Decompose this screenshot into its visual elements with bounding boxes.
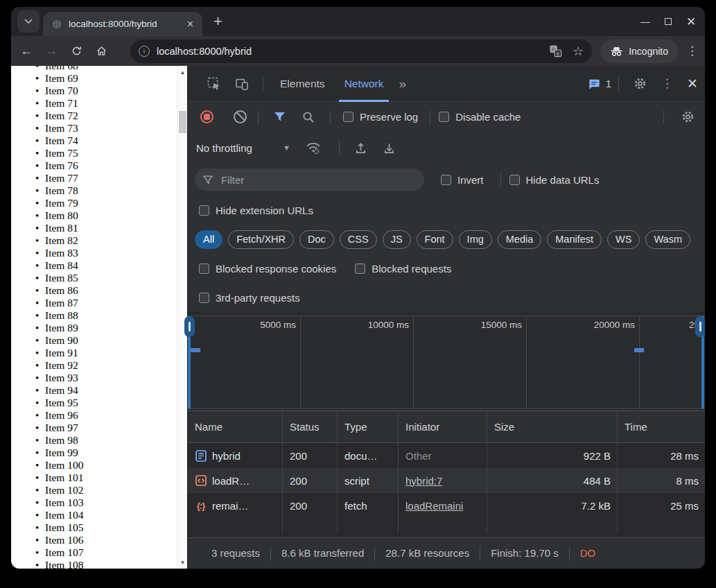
back-icon[interactable]: ← <box>17 42 36 61</box>
search-icon[interactable] <box>294 111 323 123</box>
tab-close-icon[interactable]: × <box>185 19 195 30</box>
record-icon[interactable] <box>200 110 213 123</box>
preserve-log-checkbox[interactable] <box>343 112 353 122</box>
devtools-menu-icon[interactable]: ⋮ <box>654 76 680 91</box>
hide-extension-urls-checkbox[interactable] <box>199 205 209 216</box>
hide-data-urls-checkbox[interactable] <box>509 175 520 185</box>
timeline-tick: 15000 ms <box>481 320 522 330</box>
list-item: Item 98 <box>11 434 84 447</box>
browser-menu-icon[interactable]: ⋮ <box>685 44 705 58</box>
list-item: Item 86 <box>11 284 84 297</box>
type-filter-doc[interactable]: Doc <box>299 230 334 249</box>
timeline-left-handle[interactable] <box>184 316 195 337</box>
preserve-log-label: Preserve log <box>360 111 418 123</box>
minimize-icon[interactable]: — <box>638 15 652 28</box>
issues-icon[interactable] <box>588 78 601 90</box>
timeline-right-handle[interactable] <box>695 316 705 337</box>
incognito-icon <box>610 46 623 56</box>
dropdown-caret-icon[interactable]: ▼ <box>283 144 290 152</box>
translate-icon[interactable]: A <box>549 44 562 58</box>
type-filter-all[interactable]: All <box>195 230 222 249</box>
table-row[interactable]: {:} remai… 200 fetch loadRemaini 7.2 kB … <box>188 493 705 518</box>
table-row[interactable]: hybrid 200 docu… Other 922 B 28 ms <box>188 443 705 468</box>
filter-input[interactable] <box>220 173 416 187</box>
clear-icon[interactable] <box>234 110 247 123</box>
column-header-type[interactable]: Type <box>338 411 399 442</box>
blocked-requests-checkbox[interactable] <box>355 263 365 274</box>
request-initiator-link[interactable]: loadRemaini <box>405 500 463 512</box>
browser-tab[interactable]: localhost:8000/hybrid × <box>43 12 202 36</box>
type-filter-font[interactable]: Font <box>417 230 453 249</box>
maximize-icon[interactable] <box>661 15 675 28</box>
more-tabs-icon[interactable]: » <box>393 76 412 92</box>
scroll-down-icon[interactable]: ▼ <box>177 557 187 567</box>
bookmark-star-icon[interactable]: ☆ <box>573 44 584 59</box>
resources-stat: 28.7 kB resources <box>374 546 480 560</box>
list-item: Item 107 <box>11 546 84 559</box>
forward-icon[interactable]: → <box>42 42 61 61</box>
scrollbar-thumb[interactable] <box>179 111 186 133</box>
column-header-status[interactable]: Status <box>283 411 338 442</box>
tab-elements[interactable]: Elements <box>270 66 335 102</box>
devtools-settings-icon[interactable] <box>626 76 654 91</box>
type-filter-fetch-xhr[interactable]: Fetch/XHR <box>228 230 294 249</box>
timeline-overview[interactable]: 5000 ms 10000 ms 15000 ms 20000 ms 25000… <box>188 315 705 409</box>
filter-icon[interactable] <box>265 112 294 122</box>
browser-window: localhost:8000/hybrid × + — ✕ ← → i loca… <box>11 7 705 569</box>
type-filter-ws[interactable]: WS <box>607 230 640 249</box>
column-header-name[interactable]: Name <box>188 411 283 442</box>
blocked-cookies-checkbox[interactable] <box>199 263 209 274</box>
requests-count: 3 requests <box>201 546 270 560</box>
table-row[interactable]: loadR… 200 script hybrid:7 484 B 8 ms <box>188 468 705 493</box>
export-har-icon[interactable] <box>375 141 403 155</box>
timeline-tick: 5000 ms <box>260 320 296 330</box>
devtools-header: Elements Network » 1 ⋮ ✕ <box>188 66 705 102</box>
site-info-icon[interactable]: i <box>139 46 150 57</box>
script-icon <box>195 475 207 487</box>
type-filter-wasm[interactable]: Wasm <box>645 230 690 249</box>
timeline-tick: 10000 ms <box>368 320 409 330</box>
import-har-icon[interactable] <box>347 141 375 155</box>
throttling-select[interactable]: No throttling <box>196 142 252 154</box>
devtools-close-icon[interactable]: ✕ <box>680 76 705 92</box>
request-size: 922 B <box>487 443 618 468</box>
column-header-initiator[interactable]: Initiator <box>399 411 487 442</box>
third-party-label: 3rd-party requests <box>216 292 300 304</box>
column-header-size[interactable]: Size <box>487 411 618 442</box>
request-type: fetch <box>338 493 399 518</box>
window-content: Item 68Item 69Item 70Item 71Item 72Item … <box>11 66 705 569</box>
network-settings-icon[interactable] <box>671 110 705 124</box>
list-item: Item 89 <box>11 322 84 334</box>
window-close-icon[interactable]: ✕ <box>684 15 698 28</box>
tab-search-button[interactable] <box>17 10 40 33</box>
type-filter-media[interactable]: Media <box>498 230 542 249</box>
type-filter-img[interactable]: Img <box>459 230 492 249</box>
reload-icon[interactable] <box>67 42 86 61</box>
home-icon[interactable] <box>91 42 111 61</box>
type-filter-manifest[interactable]: Manifest <box>547 230 602 249</box>
address-url[interactable]: localhost:8000/hybrid <box>157 46 549 57</box>
new-tab-button[interactable]: + <box>209 14 227 29</box>
list-item: Item 108 <box>11 559 84 569</box>
request-time: 8 ms <box>618 468 705 493</box>
list-item: Item 85 <box>11 272 84 284</box>
scroll-up-icon[interactable]: ▲ <box>177 67 187 77</box>
inspect-element-icon[interactable] <box>200 77 228 91</box>
type-filter-js[interactable]: JS <box>383 230 411 249</box>
address-bar[interactable]: i localhost:8000/hybrid A ☆ <box>130 40 592 63</box>
list-item: Item 79 <box>11 197 84 209</box>
network-conditions-icon[interactable] <box>290 141 332 155</box>
disable-cache-checkbox[interactable] <box>439 112 449 122</box>
column-header-time[interactable]: Time <box>618 411 705 442</box>
list-item: Item 80 <box>11 209 84 222</box>
list-item: Item 87 <box>11 297 84 309</box>
tab-network[interactable]: Network <box>335 66 394 102</box>
device-toolbar-icon[interactable] <box>228 77 256 91</box>
issues-count[interactable]: 1 <box>606 78 611 89</box>
invert-checkbox[interactable] <box>441 175 451 185</box>
request-initiator-link[interactable]: hybrid:7 <box>405 475 442 487</box>
third-party-checkbox[interactable] <box>199 293 209 303</box>
type-filter-css[interactable]: CSS <box>340 230 377 249</box>
blocked-requests-label: Blocked requests <box>372 263 451 275</box>
list-item: Item 84 <box>11 259 84 272</box>
